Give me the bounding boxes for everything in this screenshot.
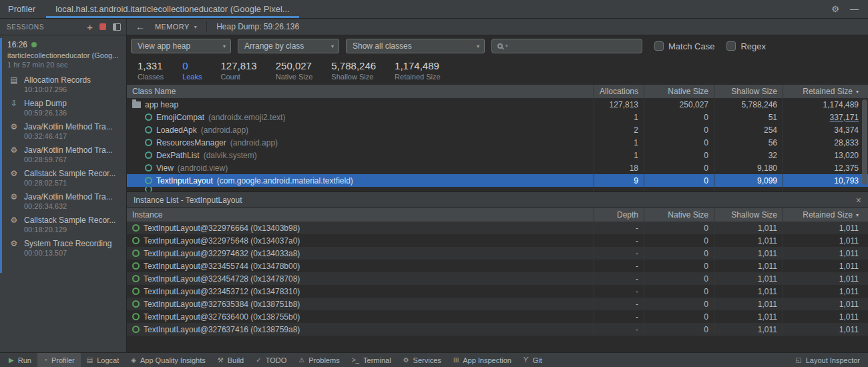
- statusbar-tool-icon: ⚒: [218, 356, 224, 364]
- instance-icon: [132, 313, 140, 320]
- instance-row[interactable]: TextInputLayout@327637416 (0x138759a8) -…: [127, 323, 868, 336]
- back-arrow-icon[interactable]: ←: [130, 21, 151, 32]
- statusbar-tool-button[interactable]: ◈ App Quality Insights: [125, 353, 212, 367]
- session-current[interactable]: 16:26 itarticlecollectioneducator (Goog.…: [2, 38, 126, 73]
- instance-row[interactable]: TextInputLayout@327636400 (0x138755b0) -…: [127, 310, 868, 323]
- session-artifact-item[interactable]: ⚙ Java/Kotlin Method Tra... 00:26:34.632: [2, 190, 126, 213]
- statusbar-tool-button[interactable]: ⊞ App Inspection: [447, 353, 517, 367]
- session-artifact-item[interactable]: ⚙ Callstack Sample Recor... 00:28:02.571: [2, 166, 126, 190]
- session-artifact-icon: ⚙: [9, 216, 19, 234]
- sort-desc-icon: ▾: [856, 89, 859, 95]
- divider: [206, 21, 207, 32]
- column-instance[interactable]: Instance: [127, 208, 594, 222]
- instance-row[interactable]: TextInputLayout@322975648 (0x134037a0) -…: [127, 234, 868, 247]
- statusbar-tool-label: Git: [533, 356, 542, 364]
- class-row-loadedapk[interactable]: LoadedApk (android.app) 2 0 254 34,374: [127, 123, 868, 136]
- session-artifact-item[interactable]: ⇩ Heap Dump 00:59:26.136: [2, 96, 126, 119]
- instance-retained-size: 1,011: [783, 234, 868, 247]
- session-artifact-icon: ⚙: [9, 169, 19, 187]
- stat-value: 127,813: [220, 60, 256, 71]
- class-icon: [145, 139, 152, 146]
- statusbar-tool-button[interactable]: ⚠ Problems: [292, 353, 345, 367]
- class-row-emojicompat[interactable]: EmojiCompat (androidx.emoji2.text) 1 0 5…: [127, 111, 868, 123]
- statusbar-tool-button[interactable]: ▤ Logcat: [81, 353, 125, 367]
- instance-native-size: 0: [644, 222, 714, 234]
- statusbar-tool-button[interactable]: ▶ Run: [3, 353, 37, 367]
- column-native-size[interactable]: Native Size: [644, 85, 714, 98]
- instance-row[interactable]: TextInputLayout@322974632 (0x134033a8) -…: [127, 247, 868, 260]
- vertical-scrollbar-thumb[interactable]: [862, 99, 867, 185]
- instance-row[interactable]: TextInputLayout@323455744 (0x13478b00) -…: [127, 260, 868, 272]
- session-artifact-item[interactable]: ⚙ Java/Kotlin Method Tra... 00:32:46.417: [2, 119, 126, 143]
- session-artifact-label: Callstack Sample Recor...: [24, 216, 116, 225]
- checkbox-icon: [654, 41, 664, 51]
- settings-gear-icon[interactable]: ⚙: [831, 4, 839, 14]
- instance-name: TextInputLayout@322974632 (0x134033a8): [144, 249, 300, 258]
- statusbar-tool-button[interactable]: ⚙ Services: [397, 353, 447, 367]
- stop-recording-icon[interactable]: [99, 23, 106, 30]
- class-row-view[interactable]: View (android.view) 18 0 9,180 12,375: [127, 161, 868, 174]
- status-bar: ▶ Run ◔ Profiler ▤ Logcat ◈ App Quality …: [0, 352, 868, 367]
- class-icon: [145, 187, 152, 192]
- stat-value: 0: [182, 60, 202, 71]
- session-artifact-label: Java/Kotlin Method Tra...: [24, 145, 113, 155]
- live-session-dot-icon: [31, 42, 37, 47]
- memory-dropdown[interactable]: MEMORY ▾: [151, 19, 204, 35]
- instance-row[interactable]: TextInputLayout@323453712 (0x13478310) -…: [127, 285, 868, 298]
- column-depth[interactable]: Depth: [594, 208, 644, 222]
- class-row-app-heap[interactable]: app heap 127,813 250,027 5,788,246 1,174…: [127, 98, 868, 111]
- session-artifact-time: 00:59:26.136: [24, 109, 67, 117]
- column-allocations[interactable]: Allocations: [594, 85, 644, 98]
- instance-shallow-size: 1,011: [714, 247, 783, 260]
- class-table-header: Class Name Allocations Native Size Shall…: [127, 85, 868, 98]
- class-row-textinputlayout[interactable]: TextInputLayout (com.google.android.mate…: [127, 174, 868, 187]
- session-artifact-item[interactable]: ▤ Allocation Records 10:10:07.296: [2, 73, 126, 96]
- instance-row[interactable]: TextInputLayout@323454728 (0x13478708) -…: [127, 272, 868, 285]
- minimize-icon[interactable]: —: [850, 4, 859, 14]
- session-artifact-item[interactable]: ⚙ System Trace Recording 00:00:13.507: [2, 236, 126, 260]
- column-retained-size[interactable]: Retained Size ▾: [783, 208, 868, 222]
- statusbar-tool-button[interactable]: ϒ Git: [517, 353, 548, 367]
- instance-native-size: 0: [644, 234, 714, 247]
- session-tab[interactable]: local.hal.st.android.itarticlecollection…: [46, 0, 298, 18]
- column-native-size[interactable]: Native Size: [644, 208, 714, 222]
- heap-scope-dropdown[interactable]: View app heap ▾: [131, 39, 231, 53]
- column-shallow-size[interactable]: Shallow Size: [714, 85, 783, 98]
- class-row-resourcesmanager[interactable]: ResourcesManager (android.app) 1 0 56 28…: [127, 136, 868, 149]
- instance-icon: [132, 288, 140, 295]
- session-artifact-item[interactable]: ⚙ Java/Kotlin Method Tra... 00:28:59.767: [2, 143, 126, 166]
- match-case-checkbox[interactable]: Match Case: [654, 41, 714, 51]
- search-icon: [497, 43, 503, 49]
- session-start-time: 16:26: [7, 40, 27, 49]
- instance-native-size: 0: [644, 323, 714, 336]
- session-artifact-time: 00:26:34.632: [24, 202, 113, 210]
- close-icon[interactable]: ×: [856, 195, 861, 206]
- column-retained-size[interactable]: Retained Size ▾: [783, 85, 868, 98]
- instance-shallow-size: 1,011: [714, 260, 783, 272]
- statusbar-tool-button[interactable]: >_ Terminal: [346, 353, 397, 367]
- class-row-dexpathlist[interactable]: DexPathList (dalvik.system) 1 0 32 13,02…: [127, 149, 868, 161]
- statusbar-tool-button[interactable]: ⚒ Build: [212, 353, 250, 367]
- statusbar-tool-label: Logcat: [97, 356, 119, 364]
- instance-row[interactable]: TextInputLayout@322976664 (0x13403b98) -…: [127, 222, 868, 234]
- statusbar-tool-icon: >_: [352, 356, 359, 364]
- column-class-name[interactable]: Class Name: [127, 85, 594, 98]
- column-shallow-size[interactable]: Shallow Size: [714, 208, 783, 222]
- class-filter-dropdown[interactable]: Show all classes ▾: [346, 39, 485, 53]
- instance-name: TextInputLayout@327635384 (0x138751b8): [144, 300, 300, 309]
- selected-session-indicator: [0, 38, 2, 273]
- add-session-icon[interactable]: +: [87, 22, 93, 32]
- layout-inspector-button[interactable]: ◱ Layout Inspector: [787, 353, 868, 367]
- search-input[interactable]: ▾: [491, 39, 642, 53]
- session-artifact-item[interactable]: ⚙ Callstack Sample Recor... 00:18:20.129: [2, 213, 126, 236]
- collapse-panel-icon[interactable]: [113, 23, 121, 31]
- statusbar-tool-button[interactable]: ✓ TODO: [250, 353, 292, 367]
- statusbar-tool-button[interactable]: ◔ Profiler: [37, 353, 81, 367]
- instance-row[interactable]: TextInputLayout@327635384 (0x138751b8) -…: [127, 298, 868, 310]
- statusbar-tool-icon: ⚠: [298, 356, 304, 364]
- instance-native-size: 0: [644, 272, 714, 285]
- stat-block: 0 Leaks: [182, 60, 202, 85]
- arrange-by-dropdown[interactable]: Arrange by class ▾: [238, 39, 339, 53]
- regex-checkbox[interactable]: Regex: [726, 41, 766, 51]
- stat-block: 5,788,246 Shallow Size: [331, 60, 376, 85]
